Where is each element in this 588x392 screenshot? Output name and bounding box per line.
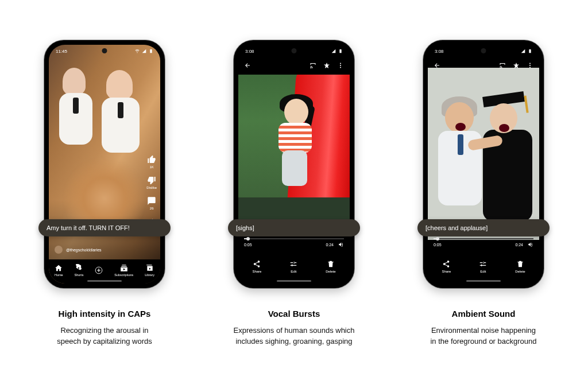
more-vert-icon	[337, 62, 344, 69]
nav-shorts-label: Shorts	[75, 273, 84, 277]
progress-bar[interactable]: 0:05 0:24	[434, 238, 533, 248]
phone-frame-1: 11:45	[44, 40, 165, 288]
star-icon	[323, 62, 330, 69]
svg-point-1	[340, 63, 341, 64]
comment-icon	[147, 196, 156, 205]
favorite-button[interactable]	[323, 61, 330, 71]
status-time: 3:08	[435, 49, 444, 54]
more-button[interactable]	[527, 61, 533, 71]
plus-circle-icon	[95, 266, 103, 274]
delete-button[interactable]: Delete	[515, 260, 525, 273]
phone-frame-2: 3:08	[234, 40, 354, 288]
share-label: Share	[252, 270, 261, 273]
trash-icon	[327, 260, 335, 268]
progress-bar[interactable]: 0:05 0:24	[244, 238, 344, 248]
column-caps: 11:45	[30, 40, 179, 347]
svg-point-3	[340, 67, 341, 68]
arrow-left-icon	[434, 62, 440, 69]
share-label: Share	[442, 270, 451, 273]
svg-point-6	[529, 67, 531, 68]
nav-library[interactable]: Library	[145, 264, 154, 277]
camera-notch	[292, 48, 297, 53]
battery-icon	[528, 49, 532, 53]
signal-icon	[142, 49, 146, 53]
player-top-bar	[238, 57, 350, 75]
more-button[interactable]	[337, 61, 344, 71]
video-frame[interactable]	[428, 68, 539, 240]
dislike-button[interactable]: Dislike	[146, 176, 157, 189]
cast-button[interactable]	[499, 61, 506, 71]
shorts-icon	[75, 264, 83, 272]
like-count: 1K	[149, 165, 153, 169]
channel-row[interactable]: @thegscholddiaries	[55, 246, 102, 254]
favorite-button[interactable]	[513, 61, 520, 71]
subscriptions-icon	[120, 264, 128, 272]
svg-point-4	[529, 63, 531, 64]
trash-icon	[516, 260, 524, 268]
delete-label: Delete	[326, 270, 335, 273]
home-indicator	[466, 280, 501, 282]
nav-home[interactable]: Home	[55, 264, 63, 277]
video-frame[interactable]	[238, 75, 350, 230]
caption-pill-3: [cheers and applause]	[417, 219, 550, 236]
wifi-icon	[135, 49, 140, 53]
edit-label: Edit	[291, 270, 296, 273]
signal-icon	[521, 49, 525, 53]
time-elapsed: 0:05	[434, 243, 442, 247]
nav-subscriptions[interactable]: Subscriptions	[114, 264, 133, 277]
share-icon	[253, 260, 261, 268]
share-icon	[442, 260, 450, 268]
avatar	[55, 246, 63, 254]
desc-ambient: Environmental noise happening in the for…	[430, 325, 536, 347]
nav-library-label: Library	[145, 273, 154, 277]
home-indicator	[277, 280, 311, 282]
player-actions: Share Edit Delete	[428, 255, 539, 278]
volume-icon	[338, 242, 344, 247]
back-button[interactable]	[244, 61, 251, 71]
player-top-bar	[428, 57, 539, 75]
nav-shorts[interactable]: Shorts	[75, 264, 84, 277]
nav-home-label: Home	[55, 273, 63, 277]
share-button[interactable]: Share	[252, 260, 261, 273]
battery-icon	[338, 49, 343, 53]
edit-button[interactable]: Edit	[479, 260, 487, 273]
cast-icon	[310, 62, 316, 69]
caption-text: Amy turn it off. TURN IT OFF!	[47, 224, 130, 231]
delete-button[interactable]: Delete	[326, 260, 335, 273]
thumbs-up-icon	[147, 155, 156, 164]
like-button[interactable]: 1K	[147, 155, 156, 169]
home-icon	[55, 264, 63, 272]
column-vocal: 3:08	[219, 40, 369, 347]
desc-caps: Recognizing the arousal in speech by cap…	[57, 325, 152, 347]
cast-button[interactable]	[310, 61, 316, 71]
nav-subs-label: Subscriptions	[114, 273, 133, 277]
volume-button[interactable]	[338, 242, 344, 248]
cast-icon	[499, 62, 506, 69]
volume-icon	[528, 242, 533, 247]
column-ambient: 3:08	[409, 40, 558, 347]
time-total: 0:24	[326, 243, 334, 247]
camera-notch	[102, 48, 107, 53]
phone-frame-3: 3:08	[423, 40, 544, 288]
share-button[interactable]: Share	[442, 260, 451, 273]
thumbs-down-icon	[147, 176, 156, 185]
nav-create[interactable]	[95, 266, 103, 274]
heading-ambient: Ambient Sound	[452, 309, 516, 319]
battery-icon	[149, 49, 153, 53]
sliders-icon	[289, 260, 297, 268]
home-indicator	[87, 280, 122, 282]
comments-button[interactable]: 26	[147, 196, 156, 210]
time-elapsed: 0:05	[244, 243, 252, 247]
caption-pill-2: [sighs]	[228, 219, 360, 236]
edit-button[interactable]: Edit	[289, 260, 297, 273]
star-icon	[513, 62, 520, 69]
camera-notch	[481, 48, 486, 53]
back-button[interactable]	[434, 61, 440, 71]
svg-point-5	[529, 65, 531, 66]
volume-button[interactable]	[528, 242, 533, 248]
comment-count: 26	[150, 207, 154, 210]
desc-vocal: Expressions of human sounds which includ…	[233, 325, 354, 347]
channel-handle: @thegscholddiaries	[66, 248, 102, 252]
heading-vocal: Vocal Bursts	[268, 309, 320, 319]
arrow-left-icon	[244, 62, 251, 69]
